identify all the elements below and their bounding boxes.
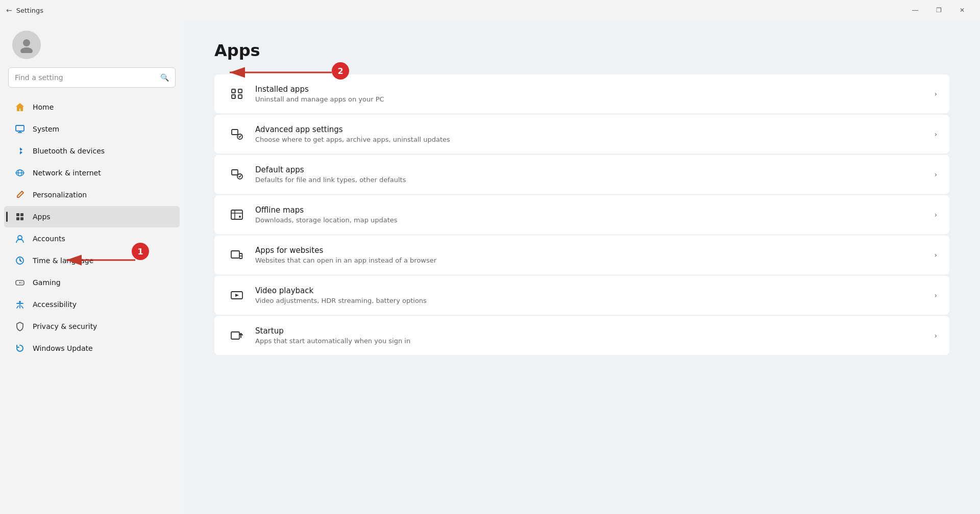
svg-rect-6 bbox=[16, 213, 19, 216]
offline-maps-chevron: › bbox=[934, 211, 937, 219]
video-playback-chevron: › bbox=[934, 291, 937, 299]
advanced-app-settings-text: Advanced app settings Choose where to ge… bbox=[255, 125, 928, 143]
svg-point-17 bbox=[19, 301, 21, 303]
startup-icon bbox=[227, 325, 247, 346]
default-apps-title: Default apps bbox=[255, 165, 928, 174]
sidebar-item-privacy[interactable]: Privacy & security bbox=[4, 316, 180, 337]
search-icon: 🔍 bbox=[160, 73, 169, 82]
svg-rect-20 bbox=[238, 89, 242, 93]
settings-list: Installed apps Uninstall and manage apps… bbox=[214, 74, 949, 355]
startup-subtitle: Apps that start automatically when you s… bbox=[255, 337, 928, 345]
sidebar-item-network[interactable]: Network & internet bbox=[4, 162, 180, 184]
settings-card-advanced-app-settings[interactable]: Advanced app settings Choose where to ge… bbox=[214, 115, 949, 153]
startup-text: Startup Apps that start automatically wh… bbox=[255, 326, 928, 345]
default-apps-text: Default apps Defaults for file and link … bbox=[255, 165, 928, 184]
installed-apps-icon bbox=[227, 84, 247, 104]
video-playback-icon bbox=[227, 285, 247, 305]
sidebar-label-accessibility: Accessibility bbox=[33, 300, 77, 309]
svg-rect-8 bbox=[16, 217, 19, 220]
sidebar-item-apps[interactable]: Apps bbox=[4, 206, 180, 227]
sidebar-label-privacy: Privacy & security bbox=[33, 322, 97, 330]
startup-chevron: › bbox=[934, 331, 937, 340]
update-icon bbox=[14, 343, 26, 354]
svg-point-15 bbox=[21, 282, 22, 283]
settings-card-video-playback[interactable]: Video playback Video adjustments, HDR st… bbox=[214, 276, 949, 315]
svg-rect-21 bbox=[238, 95, 242, 98]
home-icon bbox=[14, 101, 26, 113]
privacy-icon bbox=[14, 321, 26, 332]
sidebar-item-time[interactable]: Time & language bbox=[4, 250, 180, 271]
sidebar-item-bluetooth[interactable]: Bluetooth & devices bbox=[4, 140, 180, 162]
advanced-app-settings-title: Advanced app settings bbox=[255, 125, 928, 134]
window-title: Settings bbox=[16, 7, 43, 14]
back-button[interactable]: ← bbox=[6, 6, 12, 14]
settings-card-installed-apps[interactable]: Installed apps Uninstall and manage apps… bbox=[214, 74, 949, 113]
minimize-button[interactable]: — bbox=[903, 2, 927, 18]
network-icon bbox=[14, 167, 26, 178]
avatar bbox=[12, 31, 41, 59]
sidebar-item-gaming[interactable]: Gaming bbox=[4, 272, 180, 293]
default-apps-chevron: › bbox=[934, 170, 937, 178]
installed-apps-text: Installed apps Uninstall and manage apps… bbox=[255, 85, 928, 103]
sidebar: 🔍 Home System Bluetooth & devices Networ… bbox=[0, 20, 184, 514]
main-content: Apps Installed apps Uninstall and manage… bbox=[184, 20, 980, 514]
video-playback-title: Video playback bbox=[255, 286, 928, 295]
settings-card-apps-for-websites[interactable]: Apps for websites Websites that can open… bbox=[214, 236, 949, 274]
titlebar: ← Settings — ❐ ✕ bbox=[0, 0, 980, 20]
svg-rect-7 bbox=[20, 213, 23, 216]
search-container: 🔍 bbox=[0, 67, 184, 96]
personalization-icon bbox=[14, 189, 26, 200]
time-icon bbox=[14, 255, 26, 266]
svg-rect-9 bbox=[20, 217, 23, 220]
sidebar-label-personalization: Personalization bbox=[33, 191, 87, 199]
sidebar-item-update[interactable]: Windows Update bbox=[4, 338, 180, 359]
settings-card-default-apps[interactable]: Default apps Defaults for file and link … bbox=[214, 155, 949, 194]
sidebar-item-system[interactable]: System bbox=[4, 118, 180, 140]
accessibility-icon bbox=[14, 299, 26, 310]
apps-for-websites-icon bbox=[227, 245, 247, 265]
sidebar-item-home[interactable]: Home bbox=[4, 96, 180, 118]
sidebar-label-home: Home bbox=[33, 103, 54, 111]
accounts-icon bbox=[14, 233, 26, 244]
installed-apps-chevron: › bbox=[934, 90, 937, 98]
advanced-app-settings-chevron: › bbox=[934, 130, 937, 138]
svg-rect-28 bbox=[231, 210, 242, 219]
startup-title: Startup bbox=[255, 326, 928, 336]
sidebar-label-gaming: Gaming bbox=[33, 278, 61, 287]
svg-rect-26 bbox=[232, 170, 238, 175]
svg-rect-33 bbox=[231, 332, 239, 339]
user-profile[interactable] bbox=[0, 20, 184, 67]
svg-rect-30 bbox=[231, 251, 239, 258]
sidebar-label-update: Windows Update bbox=[33, 344, 93, 352]
apps-for-websites-chevron: › bbox=[934, 251, 937, 259]
search-input[interactable] bbox=[15, 73, 156, 82]
apps-for-websites-title: Apps for websites bbox=[255, 246, 928, 255]
sidebar-item-accessibility[interactable]: Accessibility bbox=[4, 294, 180, 315]
annotation-badge-1: 1 bbox=[132, 243, 149, 260]
svg-point-0 bbox=[23, 39, 30, 46]
installed-apps-subtitle: Uninstall and manage apps on your PC bbox=[255, 95, 928, 103]
window-controls: — ❐ ✕ bbox=[903, 2, 974, 18]
offline-maps-title: Offline maps bbox=[255, 205, 928, 215]
settings-card-startup[interactable]: Startup Apps that start automatically wh… bbox=[214, 316, 949, 355]
sidebar-item-accounts[interactable]: Accounts bbox=[4, 228, 180, 249]
offline-maps-text: Offline maps Downloads, storage location… bbox=[255, 205, 928, 224]
sidebar-label-time: Time & language bbox=[33, 256, 93, 265]
gaming-icon bbox=[14, 277, 26, 288]
system-icon bbox=[14, 123, 26, 135]
search-box[interactable]: 🔍 bbox=[8, 67, 176, 88]
apps-for-websites-text: Apps for websites Websites that can open… bbox=[255, 246, 928, 264]
close-button[interactable]: ✕ bbox=[950, 2, 974, 18]
sidebar-item-personalization[interactable]: Personalization bbox=[4, 184, 180, 205]
bluetooth-icon bbox=[14, 145, 26, 157]
settings-card-offline-maps[interactable]: Offline maps Downloads, storage location… bbox=[214, 195, 949, 234]
sidebar-nav: Home System Bluetooth & devices Network … bbox=[0, 96, 184, 359]
offline-maps-subtitle: Downloads, storage location, map updates bbox=[255, 216, 928, 224]
video-playback-text: Video playback Video adjustments, HDR st… bbox=[255, 286, 928, 304]
svg-point-16 bbox=[21, 283, 22, 284]
app-container: 🔍 Home System Bluetooth & devices Networ… bbox=[0, 20, 980, 514]
advanced-app-settings-subtitle: Choose where to get apps, archive apps, … bbox=[255, 136, 928, 143]
maximize-button[interactable]: ❐ bbox=[927, 2, 950, 18]
video-playback-subtitle: Video adjustments, HDR streaming, batter… bbox=[255, 297, 928, 304]
default-apps-subtitle: Defaults for file and link types, other … bbox=[255, 176, 928, 184]
